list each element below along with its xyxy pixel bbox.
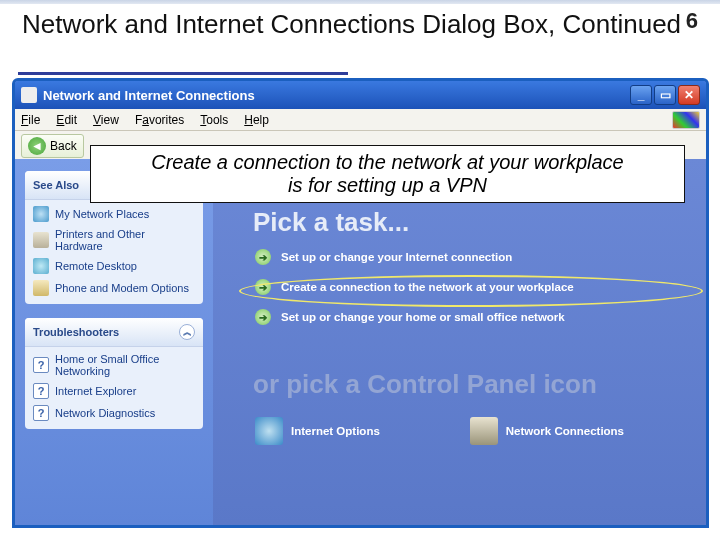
arrow-right-icon: ➔ (255, 309, 271, 325)
network-connections-icon (470, 417, 498, 445)
help-icon: ? (33, 383, 49, 399)
back-arrow-icon: ◄ (28, 137, 46, 155)
main-pane: Network and Internet Connections Pick a … (213, 159, 706, 525)
task-label: Set up or change your Internet connectio… (281, 251, 512, 263)
back-button[interactable]: ◄ Back (21, 134, 84, 158)
close-button[interactable]: ✕ (678, 85, 700, 105)
callout-line2: is for setting up a VPN (288, 174, 487, 197)
menu-file[interactable]: File (21, 113, 40, 127)
task-list: ➔Set up or change your Internet connecti… (255, 249, 692, 325)
cp-item-label: Internet Options (291, 425, 380, 437)
sidebar-item-label: Printers and Other Hardware (55, 228, 195, 252)
phone-modem-icon (33, 280, 49, 296)
network-places-icon (33, 206, 49, 222)
slide-title: Network and Internet Connections Dialog … (22, 10, 681, 40)
window-icon (21, 87, 37, 103)
pick-a-task-heading: Pick a task... (253, 207, 409, 238)
cp-item-network-connections[interactable]: Network Connections (470, 417, 624, 445)
slide-page-number: 6 (686, 8, 698, 34)
sidebar-item-remote-desktop[interactable]: Remote Desktop (33, 258, 195, 274)
sidebar: See Also ︽ My Network Places Printers an… (15, 159, 213, 525)
panel-troubleshooters: Troubleshooters ︽ ?Home or Small Office … (25, 318, 203, 429)
sidebar-item-printers[interactable]: Printers and Other Hardware (33, 228, 195, 252)
slide-top-rule (0, 0, 720, 4)
control-panel-items: Internet Options Network Connections (255, 417, 624, 445)
sidebar-item-label: Home or Small Office Networking (55, 353, 195, 377)
annotation-callout: Create a connection to the network at yo… (90, 145, 685, 203)
help-icon: ? (33, 405, 49, 421)
window-client-area: See Also ︽ My Network Places Printers an… (15, 159, 706, 525)
sidebar-item-label: Phone and Modem Options (55, 282, 189, 294)
maximize-button[interactable]: ▭ (654, 85, 676, 105)
task-setup-home-network[interactable]: ➔Set up or change your home or small off… (255, 309, 692, 325)
sidebar-item-my-network-places[interactable]: My Network Places (33, 206, 195, 222)
sidebar-item-network-diag[interactable]: ?Network Diagnostics (33, 405, 195, 421)
sidebar-item-label: My Network Places (55, 208, 149, 220)
sidebar-item-label: Remote Desktop (55, 260, 137, 272)
window-titlebar[interactable]: Network and Internet Connections _ ▭ ✕ (15, 81, 706, 109)
menu-view[interactable]: View (93, 113, 119, 127)
task-label: Set up or change your home or small offi… (281, 311, 565, 323)
windows-flag-icon (672, 111, 700, 129)
arrow-right-icon: ➔ (255, 249, 271, 265)
remote-desktop-icon (33, 258, 49, 274)
back-label: Back (50, 139, 77, 153)
pick-control-panel-icon-heading: or pick a Control Panel icon (253, 369, 597, 400)
task-create-workplace-connection[interactable]: ➔Create a connection to the network at y… (255, 279, 692, 295)
menu-bar: File Edit View Favorites Tools Help (15, 109, 706, 131)
window-title: Network and Internet Connections (43, 88, 255, 103)
callout-line1: Create a connection to the network at yo… (151, 151, 623, 174)
sidebar-item-ie-troubleshoot[interactable]: ?Internet Explorer (33, 383, 195, 399)
chevron-up-icon[interactable]: ︽ (179, 324, 195, 340)
sidebar-item-home-office-net[interactable]: ?Home or Small Office Networking (33, 353, 195, 377)
menu-help[interactable]: Help (244, 113, 269, 127)
cp-item-label: Network Connections (506, 425, 624, 437)
slide-title-underline (18, 72, 348, 75)
internet-options-icon (255, 417, 283, 445)
arrow-right-icon: ➔ (255, 279, 271, 295)
minimize-button[interactable]: _ (630, 85, 652, 105)
task-setup-internet[interactable]: ➔Set up or change your Internet connecti… (255, 249, 692, 265)
task-label: Create a connection to the network at yo… (281, 281, 574, 293)
cp-item-internet-options[interactable]: Internet Options (255, 417, 380, 445)
sidebar-item-label: Internet Explorer (55, 385, 136, 397)
sidebar-item-phone-modem[interactable]: Phone and Modem Options (33, 280, 195, 296)
menu-tools[interactable]: Tools (200, 113, 228, 127)
menu-favorites[interactable]: Favorites (135, 113, 184, 127)
panel-header-troubleshooters[interactable]: Troubleshooters ︽ (25, 318, 203, 347)
sidebar-item-label: Network Diagnostics (55, 407, 155, 419)
menu-edit[interactable]: Edit (56, 113, 77, 127)
help-icon: ? (33, 357, 49, 373)
printer-icon (33, 232, 49, 248)
panel-title-see-also: See Also (33, 179, 79, 191)
panel-title-troubleshooters: Troubleshooters (33, 326, 119, 338)
